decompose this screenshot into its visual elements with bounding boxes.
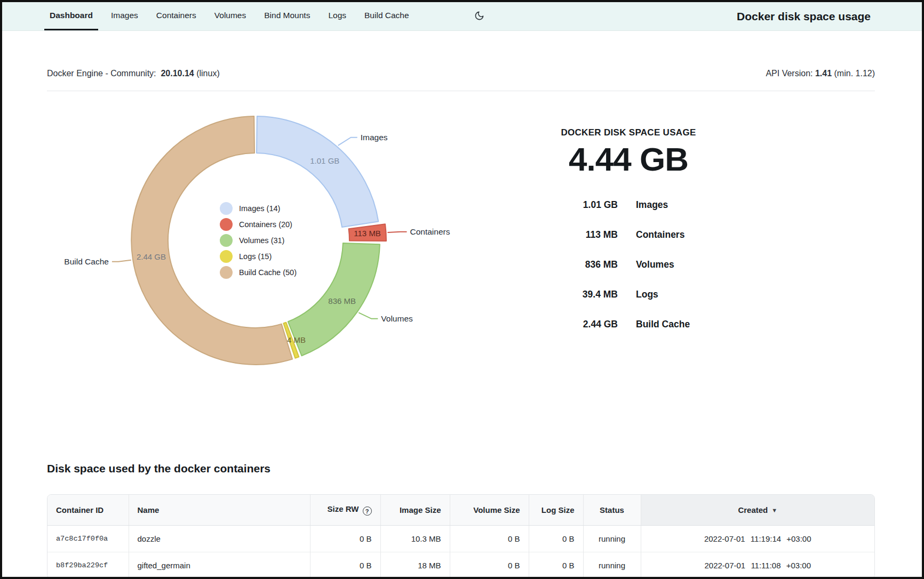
- donut-chart-svg: 1.01 GBImages113 MBContainers836 MBVolum…: [47, 96, 516, 384]
- containers-table: Container IDNameSize RW?Image SizeVolume…: [47, 495, 874, 578]
- cell-size_rw: 0 B: [310, 525, 380, 552]
- containers-table-wrap: Container IDNameSize RW?Image SizeVolume…: [47, 494, 875, 579]
- slice-size-label: 2.44 GB: [137, 252, 166, 261]
- summary-total: 4.44 GB: [538, 140, 719, 178]
- legend-swatch-build-cache[interactable]: [220, 266, 233, 279]
- table-body: a7c8c17f0f0adozzle0 B10.3 MB0 B0 Brunnin…: [47, 525, 874, 578]
- summary-title: DOCKER DISK SPACE USAGE: [538, 127, 719, 138]
- summary-row-volumes: 836 MBVolumes: [538, 259, 719, 270]
- engine-version-text: Docker Engine - Community: 20.10.14 (lin…: [47, 67, 220, 80]
- summary-label: Logs: [636, 289, 719, 300]
- tab-volumes[interactable]: Volumes: [209, 2, 251, 30]
- callout-line: [359, 312, 378, 319]
- summary-label: Build Cache: [636, 319, 719, 330]
- tab-build-cache[interactable]: Build Cache: [359, 2, 415, 30]
- callout-line: [338, 138, 357, 146]
- legend-label-build-cache[interactable]: Build Cache (50): [239, 268, 297, 277]
- slice-size-label: 1.01 GB: [310, 156, 339, 165]
- cell-size_rw: 0 B: [310, 552, 380, 578]
- cell-log_size: 0 B: [529, 552, 583, 578]
- nav-tabs: DashboardImagesContainersVolumesBind Mou…: [44, 2, 415, 30]
- divider: [47, 91, 875, 91]
- cell-image_size: 10.3 MB: [380, 525, 450, 552]
- legend-swatch-images[interactable]: [220, 202, 233, 215]
- slice-size-label: 113 MB: [354, 229, 381, 238]
- legend-swatch-logs[interactable]: [220, 250, 233, 263]
- summary-row-containers: 113 MBContainers: [538, 229, 719, 240]
- summary-row-images: 1.01 GBImages: [538, 199, 719, 211]
- column-header-container_id[interactable]: Container ID: [47, 495, 129, 525]
- cell-name: dozzle: [129, 525, 310, 552]
- callout-label-build-cache: Build Cache: [64, 257, 109, 266]
- summary-value: 836 MB: [538, 259, 618, 270]
- summary-label: Images: [636, 199, 719, 211]
- api-version-text: API Version: 1.41 (min. 1.12): [766, 67, 875, 80]
- legend-label-logs[interactable]: Logs (15): [239, 252, 272, 261]
- main-content: Docker Engine - Community: 20.10.14 (lin…: [2, 31, 922, 579]
- legend-swatch-volumes[interactable]: [220, 234, 233, 247]
- engine-info-row: Docker Engine - Community: 20.10.14 (lin…: [47, 67, 875, 80]
- disk-usage-overview: 1.01 GBImages113 MBContainers836 MBVolum…: [47, 96, 875, 384]
- legend-label-volumes[interactable]: Volumes (31): [239, 236, 284, 245]
- summary-label: Volumes: [636, 259, 719, 270]
- slice-size-label: 836 MB: [328, 296, 356, 305]
- callout-label-volumes: Volumes: [381, 314, 413, 323]
- tab-containers[interactable]: Containers: [151, 2, 202, 30]
- cell-volume_size: 0 B: [450, 552, 529, 578]
- cell-image_size: 18 MB: [380, 552, 450, 578]
- table-row: a7c8c17f0f0adozzle0 B10.3 MB0 B0 Brunnin…: [47, 525, 874, 552]
- summary-value: 1.01 GB: [538, 199, 618, 211]
- cell-container_id: b8f29ba229cf: [47, 552, 129, 578]
- summary-value: 113 MB: [538, 229, 618, 240]
- column-header-created[interactable]: Created▼: [641, 495, 874, 525]
- app-title: Docker disk space usage: [737, 2, 871, 30]
- table-header-row: Container IDNameSize RW?Image SizeVolume…: [47, 495, 874, 525]
- callout-label-containers: Containers: [410, 227, 450, 236]
- tab-images[interactable]: Images: [106, 2, 144, 30]
- legend-swatch-containers[interactable]: [220, 218, 233, 231]
- sort-desc-icon: ▼: [771, 507, 777, 513]
- column-header-status[interactable]: Status: [583, 495, 641, 525]
- moon-icon: [474, 11, 484, 22]
- summary-row-build-cache: 2.44 GBBuild Cache: [538, 319, 719, 330]
- cell-container_id: a7c8c17f0f0a: [47, 525, 129, 552]
- top-navigation-bar: DashboardImagesContainersVolumesBind Mou…: [2, 2, 922, 31]
- column-header-volume_size[interactable]: Volume Size: [450, 495, 529, 525]
- column-header-name[interactable]: Name: [129, 495, 310, 525]
- callout-line: [112, 260, 131, 262]
- summary-label: Containers: [636, 229, 719, 240]
- usage-summary-panel: DOCKER DISK SPACE USAGE 4.44 GB 1.01 GBI…: [538, 96, 719, 384]
- cell-name: gifted_germain: [129, 552, 310, 578]
- column-header-log_size[interactable]: Log Size: [529, 495, 583, 525]
- summary-row-logs: 39.4 MBLogs: [538, 289, 719, 300]
- theme-toggle-button[interactable]: [474, 2, 484, 30]
- tab-bind-mounts[interactable]: Bind Mounts: [259, 2, 315, 30]
- tab-logs[interactable]: Logs: [323, 2, 352, 30]
- legend-label-images[interactable]: Images (14): [239, 204, 280, 213]
- cell-status: running: [583, 552, 641, 578]
- docker-disk-usage-app: { "window": { "app_title": "Docker disk …: [0, 0, 924, 579]
- containers-section-title: Disk space used by the docker containers: [47, 462, 875, 475]
- summary-rows: 1.01 GBImages113 MBContainers836 MBVolum…: [538, 199, 719, 330]
- donut-chart: 1.01 GBImages113 MBContainers836 MBVolum…: [47, 96, 516, 384]
- column-header-image_size[interactable]: Image Size: [380, 495, 450, 525]
- tab-dashboard[interactable]: Dashboard: [44, 2, 98, 30]
- cell-log_size: 0 B: [529, 525, 583, 552]
- summary-value: 2.44 GB: [538, 319, 618, 330]
- cell-status: running: [583, 525, 641, 552]
- callout-label-images: Images: [361, 133, 388, 142]
- cell-created: 2022-07-01 11:19:14 +03:00: [641, 525, 874, 552]
- legend-label-containers[interactable]: Containers (20): [239, 220, 292, 229]
- help-icon[interactable]: ?: [363, 506, 372, 516]
- column-header-size_rw[interactable]: Size RW?: [310, 495, 380, 525]
- table-row: b8f29ba229cfgifted_germain0 B18 MB0 B0 B…: [47, 552, 874, 578]
- cell-volume_size: 0 B: [450, 525, 529, 552]
- cell-created: 2022-07-01 11:11:08 +03:00: [641, 552, 874, 578]
- callout-line: [388, 232, 407, 232]
- summary-value: 39.4 MB: [538, 289, 618, 300]
